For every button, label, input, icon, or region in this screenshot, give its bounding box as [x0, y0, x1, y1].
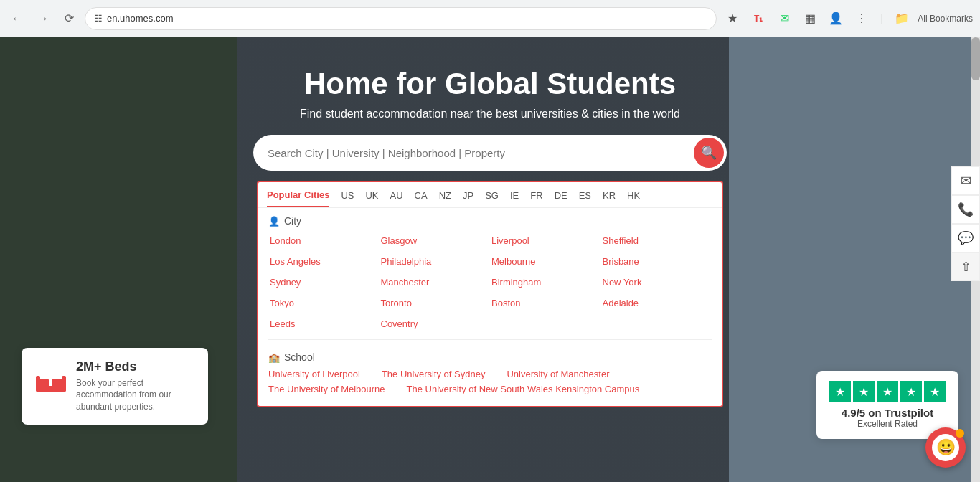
school-list: University of Liverpool The University o…	[258, 366, 722, 397]
school-university-of-liverpool[interactable]: University of Liverpool	[268, 369, 360, 379]
city-london[interactable]: London	[268, 232, 380, 249]
school-university-of-manchester[interactable]: University of Manchester	[507, 369, 609, 379]
left-panel: 2M+ Beds Book your perfect accommodation…	[22, 348, 208, 425]
svg-rect-4	[62, 376, 66, 392]
star-3: ★	[877, 381, 898, 402]
tab-jp[interactable]: JP	[463, 190, 473, 207]
tab-fr[interactable]: FR	[530, 190, 542, 207]
refresh-button[interactable]: ⟳	[59, 9, 79, 29]
tab-au[interactable]: AU	[390, 190, 403, 207]
extensions-button[interactable]: ▦	[800, 9, 820, 29]
city-icon: 👤	[268, 216, 280, 227]
url-text: en.uhomes.com	[107, 13, 707, 24]
school-university-of-melbourne[interactable]: The University of Melbourne	[268, 384, 385, 394]
city-toronto[interactable]: Toronto	[380, 295, 491, 311]
side-actions: ✉ 📞 💬 ⇧	[951, 166, 980, 281]
city-section-header: 👤 City	[258, 208, 722, 230]
bookmarks-label: All Bookmarks	[918, 14, 973, 24]
search-bar-container: 🔍	[253, 135, 727, 171]
star-2: ★	[853, 381, 875, 402]
tab-kr[interactable]: KR	[603, 190, 616, 207]
section-divider	[268, 339, 712, 340]
beds-count: 2M+ Beds	[76, 359, 194, 374]
address-bar[interactable]: ☷ en.uhomes.com	[85, 7, 717, 30]
tab-nz[interactable]: NZ	[439, 190, 451, 207]
forward-button[interactable]: →	[33, 9, 53, 29]
stars-row: ★ ★ ★ ★ ★	[829, 381, 946, 402]
dropdown-panel: Popular Cities US UK AU CA NZ JP SG IE F…	[257, 181, 723, 407]
tab-hk[interactable]: HK	[627, 190, 640, 207]
left-panel-text: 2M+ Beds Book your perfect accommodation…	[76, 359, 194, 413]
school-university-of-sydney[interactable]: The University of Sydney	[382, 369, 486, 379]
star-1: ★	[829, 381, 851, 402]
city-liverpool[interactable]: Liverpool	[490, 232, 601, 249]
phone-action-button[interactable]: 📞	[951, 195, 980, 224]
beds-description: Book your perfect accommodation from our…	[76, 377, 194, 413]
hero-section: Home for Global Students Find student ac…	[0, 37, 980, 171]
city-tokyo[interactable]: Tokyo	[268, 295, 380, 311]
search-input[interactable]	[253, 135, 727, 171]
tab-sg[interactable]: SG	[485, 190, 499, 207]
chatbot-face-icon: 😀	[932, 434, 959, 461]
bed-icon	[36, 373, 66, 399]
star-button[interactable]: ★	[722, 9, 743, 29]
city-empty-1	[490, 316, 601, 332]
tab-popular-cities[interactable]: Popular Cities	[267, 189, 329, 207]
school-section-label: School	[284, 351, 315, 363]
email-action-button[interactable]: ✉	[951, 166, 980, 195]
trustpilot-label: Excellent Rated	[829, 419, 946, 429]
main-content: Home for Global Students Find student ac…	[0, 37, 980, 482]
school-unsw-kensington[interactable]: The University of New South Wales Kensin…	[407, 384, 640, 394]
city-melbourne[interactable]: Melbourne	[490, 253, 601, 270]
menu-button[interactable]: ⋮	[852, 9, 872, 29]
back-button[interactable]: ←	[7, 9, 27, 29]
city-empty-2	[601, 316, 712, 332]
city-section-label: City	[284, 215, 301, 227]
school-row-1: University of Liverpool The University o…	[268, 369, 712, 379]
tab-ca[interactable]: CA	[415, 190, 428, 207]
city-birmingham[interactable]: Birmingham	[490, 274, 601, 290]
tab-uk[interactable]: UK	[365, 190, 378, 207]
city-boston[interactable]: Boston	[490, 295, 601, 311]
school-icon: 🏫	[268, 352, 280, 363]
profile-button[interactable]: 👤	[826, 9, 846, 29]
svg-rect-3	[36, 376, 40, 392]
tab-us[interactable]: US	[341, 190, 354, 207]
whatsapp-icon-button[interactable]: ✉	[774, 9, 794, 29]
city-brisbane[interactable]: Brisbane	[601, 253, 712, 270]
city-sydney[interactable]: Sydney	[268, 274, 380, 290]
star-5: ★	[924, 381, 946, 402]
city-sheffield[interactable]: Sheffield	[601, 232, 712, 249]
browser-bar: ← → ⟳ ☷ en.uhomes.com ★ T₁ ✉ ▦ 👤 ⋮ | 📁 A…	[0, 0, 980, 37]
star-4: ★	[900, 381, 922, 402]
chatbot-notification-badge	[956, 429, 964, 438]
tabs-row: Popular Cities US UK AU CA NZ JP SG IE F…	[258, 182, 722, 208]
city-glasgow[interactable]: Glasgow	[380, 232, 491, 249]
trustpilot-score: 4.9/5 on Trustpilot	[829, 407, 946, 419]
cities-grid: London Glasgow Liverpool Sheffield Los A…	[258, 230, 722, 335]
hero-title: Home for Global Students	[304, 66, 676, 102]
school-section-header: 🏫 School	[258, 344, 722, 366]
city-philadelphia[interactable]: Philadelphia	[380, 253, 491, 270]
school-row-2: The University of Melbourne The Universi…	[268, 384, 712, 394]
city-coventry[interactable]: Coventry	[380, 316, 491, 332]
bookmarks-folder-button[interactable]: 📁	[892, 9, 912, 29]
city-adelaide[interactable]: Adelaide	[601, 295, 712, 311]
scroll-top-button[interactable]: ⇧	[951, 252, 980, 281]
city-los-angeles[interactable]: Los Angeles	[268, 253, 380, 270]
whatsapp-action-button[interactable]: 💬	[951, 224, 980, 252]
chatbot-button[interactable]: 😀	[925, 427, 966, 468]
city-leeds[interactable]: Leeds	[268, 316, 380, 332]
tag-icon-button[interactable]: T₁	[748, 9, 768, 29]
hero-subtitle: Find student accommodation near the best…	[300, 108, 680, 120]
city-new-york[interactable]: New York	[601, 274, 712, 290]
city-manchester[interactable]: Manchester	[380, 274, 491, 290]
tab-ie[interactable]: IE	[510, 190, 519, 207]
tab-de[interactable]: DE	[555, 190, 567, 207]
browser-actions: ★ T₁ ✉ ▦ 👤 ⋮ | 📁 All Bookmarks	[722, 9, 973, 29]
tab-es[interactable]: ES	[579, 190, 591, 207]
